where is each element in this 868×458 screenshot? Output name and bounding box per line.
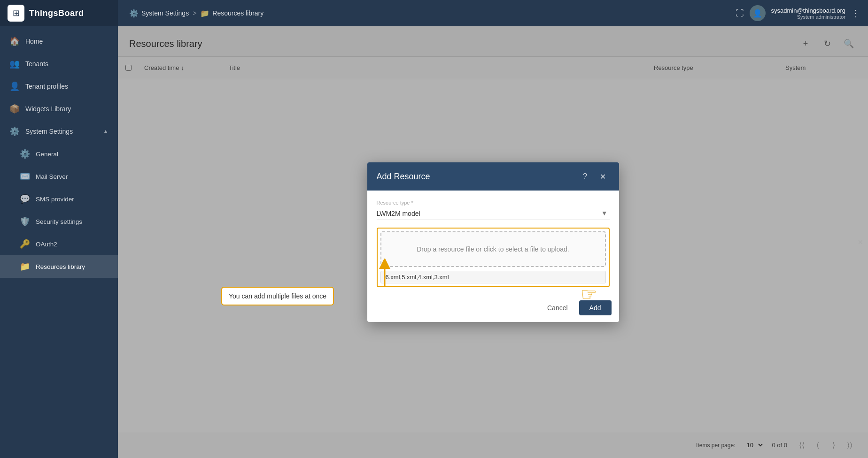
- chevron-icon: ▲: [103, 128, 108, 135]
- widgets-library-icon: 📦: [9, 104, 19, 114]
- user-info: sysadmin@thingsboard.org System administ…: [771, 7, 845, 20]
- sidebar-label-sms-provider: SMS provider: [36, 196, 74, 203]
- breadcrumb-page-icon: 📁: [200, 9, 209, 18]
- sidebar-label-system-settings: System Settings: [25, 128, 73, 135]
- tenants-icon: 👥: [9, 59, 19, 69]
- arrow-annotation: [378, 259, 392, 291]
- app-logo-icon: ⊞: [8, 5, 24, 22]
- app-name: ThingsBoard: [29, 8, 84, 18]
- sidebar-item-resources-library[interactable]: 📁 Resources library: [0, 255, 118, 278]
- username: sysadmin@thingsboard.org: [771, 7, 845, 14]
- breadcrumb-settings-icon: ⚙️: [129, 9, 139, 18]
- dialog-header-icons: ? ✕: [579, 170, 610, 183]
- home-icon: 🏠: [9, 36, 19, 46]
- resource-type-group: Resource type * LWM2M model JKS PKCS 12 …: [377, 200, 610, 220]
- sidebar-label-mail-server: Mail Server: [36, 173, 68, 180]
- upload-file-tag: 6.xml,5.xml,4.xml,3.xml: [380, 271, 606, 283]
- sidebar-label-oauth2: OAuth2: [36, 241, 57, 248]
- upload-file-row: 6.xml,5.xml,4.xml,3.xml: [380, 271, 606, 283]
- resource-type-select-wrap: LWM2M model JKS PKCS 12 ▼: [377, 206, 610, 220]
- tooltip-text: You can add multiple files at once: [229, 292, 326, 300]
- topbar-right: ⛶ 👤 sysadmin@thingsboard.org System admi…: [736, 5, 860, 21]
- sidebar-item-sms-provider[interactable]: 💬 SMS provider: [0, 188, 118, 210]
- tooltip-annotation: You can add multiple files at once: [221, 287, 334, 305]
- main-container: ⚙️ System Settings > 📁 Resources library…: [118, 0, 868, 458]
- dialog-title: Add Resource: [377, 172, 430, 182]
- upload-drop-zone[interactable]: Drop a resource file or click to select …: [380, 231, 606, 267]
- breadcrumb-settings-text: System Settings: [141, 9, 189, 17]
- sidebar-nav: 🏠 Home 👥 Tenants 👤 Tenant profiles 📦 Wid…: [0, 26, 118, 458]
- resource-type-label: Resource type *: [377, 200, 610, 206]
- system-settings-icon: ⚙️: [9, 126, 19, 137]
- sidebar-label-resources-library: Resources library: [36, 263, 85, 270]
- resources-library-icon: 📁: [20, 261, 29, 272]
- sidebar: ⊞ ThingsBoard 🏠 Home 👥 Tenants 👤 Tenant …: [0, 0, 118, 458]
- sidebar-item-oauth2[interactable]: 🔑 OAuth2: [0, 233, 118, 255]
- topbar: ⚙️ System Settings > 📁 Resources library…: [118, 0, 868, 26]
- general-icon: ⚙️: [20, 149, 29, 159]
- sidebar-label-home: Home: [25, 38, 43, 45]
- expand-icon[interactable]: ⛶: [736, 8, 744, 18]
- sidebar-item-home[interactable]: 🏠 Home: [0, 30, 118, 53]
- sidebar-label-tenant-profiles: Tenant profiles: [25, 83, 68, 90]
- resource-type-select[interactable]: LWM2M model JKS PKCS 12: [377, 210, 610, 217]
- security-settings-icon: 🛡️: [20, 216, 29, 227]
- sidebar-item-security-settings[interactable]: 🛡️ Security settings: [0, 210, 118, 233]
- cursor-hand-annotation: ☞: [581, 283, 597, 305]
- tenant-profiles-icon: 👤: [9, 81, 19, 92]
- more-vert-icon[interactable]: ⋮: [851, 8, 860, 19]
- dialog-body: Resource type * LWM2M model JKS PKCS 12 …: [367, 191, 619, 297]
- sidebar-label-general: General: [36, 151, 58, 158]
- dialog-close-button[interactable]: ✕: [597, 170, 610, 183]
- breadcrumb-page-text: Resources library: [212, 9, 264, 17]
- page-content: Resources library + ↻ 🔍 Created time ↓ T…: [118, 26, 868, 458]
- avatar: 👤: [750, 5, 766, 21]
- user-role: System administrator: [771, 14, 845, 20]
- sidebar-label-widgets-library: Widgets Library: [25, 105, 71, 113]
- upload-area-wrapper: Drop a resource file or click to select …: [377, 228, 610, 287]
- sidebar-item-system-settings[interactable]: ⚙️ System Settings ▲: [0, 120, 118, 143]
- sidebar-logo[interactable]: ⊞ ThingsBoard: [0, 0, 118, 26]
- sidebar-item-tenants[interactable]: 👥 Tenants: [0, 53, 118, 75]
- sidebar-item-widgets-library[interactable]: 📦 Widgets Library: [0, 98, 118, 120]
- sidebar-item-mail-server[interactable]: ✉️ Mail Server: [0, 165, 118, 188]
- cancel-button[interactable]: Cancel: [540, 300, 575, 315]
- dialog-overlay: Add Resource ? ✕ Resource type * LWM2M m…: [118, 26, 868, 458]
- breadcrumb-arrow: >: [193, 9, 196, 17]
- breadcrumb: ⚙️ System Settings > 📁 Resources library: [129, 9, 736, 18]
- mail-server-icon: ✉️: [20, 171, 29, 182]
- drop-zone-text: Drop a resource file or click to select …: [417, 245, 569, 253]
- sidebar-label-security-settings: Security settings: [36, 218, 82, 225]
- dialog-help-button[interactable]: ?: [579, 170, 592, 183]
- oauth2-icon: 🔑: [20, 239, 29, 249]
- sidebar-label-tenants: Tenants: [25, 60, 48, 68]
- sidebar-item-tenant-profiles[interactable]: 👤 Tenant profiles: [0, 75, 118, 98]
- dialog-header: Add Resource ? ✕: [367, 162, 619, 191]
- sidebar-item-general[interactable]: ⚙️ General: [0, 143, 118, 165]
- sms-provider-icon: 💬: [20, 194, 29, 204]
